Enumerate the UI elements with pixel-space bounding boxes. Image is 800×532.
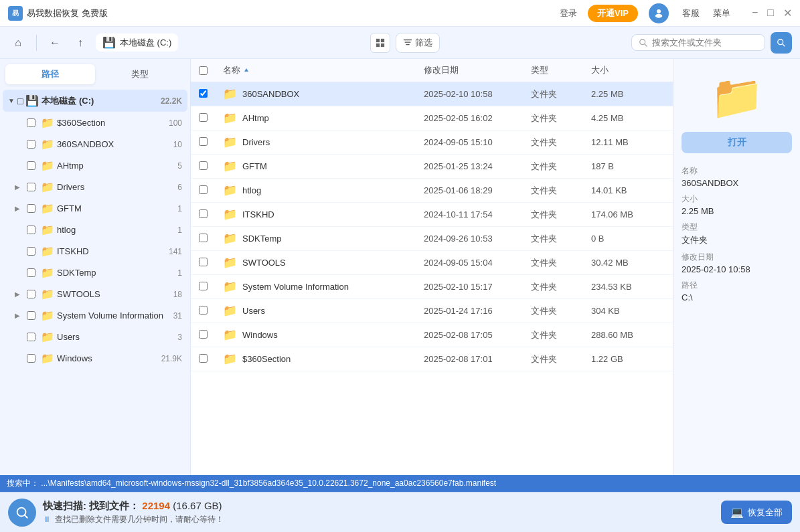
menu-label[interactable]: 菜单 [713, 7, 730, 19]
row-size: 304 KB [591, 306, 665, 316]
row-checkbox[interactable] [199, 89, 223, 100]
breadcrumb[interactable]: 💾 本地磁盘 (C:) [96, 33, 178, 52]
detail-modified-label: 修改日期 [682, 252, 792, 263]
table-row[interactable]: 📁$360Section2025-02-08 17:01文件夹1.22 GB [191, 347, 673, 371]
tree-item[interactable]: ▶📁System Volume Information31 [3, 305, 187, 326]
svg-point-0 [657, 9, 661, 13]
row-modified: 2025-02-08 17:05 [424, 330, 531, 340]
filter-button[interactable]: 筛选 [396, 33, 440, 53]
folder-icon: 📁 [41, 288, 54, 300]
row-checkbox[interactable] [199, 113, 223, 124]
row-size: 288.60 MB [591, 330, 665, 340]
detail-modified-group: 修改日期 2025-02-10 10:58 [682, 252, 792, 274]
row-name: 📁GFTM [223, 159, 424, 173]
table-row[interactable]: 📁GFTM2025-01-25 13:24文件夹187 B [191, 155, 673, 179]
row-size: 1.22 GB [591, 354, 665, 364]
row-checkbox[interactable] [199, 258, 223, 268]
tree-item[interactable]: ▶📁Drivers6 [3, 177, 187, 197]
row-checkbox[interactable] [199, 354, 223, 365]
row-checkbox[interactable] [199, 306, 223, 317]
view-toggle-button[interactable] [370, 33, 390, 53]
tree-item[interactable]: 📁SDKTemp1 [3, 262, 187, 283]
tree-item-count: 10 [173, 140, 182, 149]
back-button[interactable]: ← [45, 33, 65, 53]
collect-button[interactable]: 💻 恢复全部 [721, 501, 792, 524]
scan-title: 快速扫描: 找到文件： 22194 (16.67 GB) [43, 500, 714, 513]
row-name: 📁Drivers [223, 135, 424, 149]
tree-item-checkbox[interactable] [27, 161, 35, 170]
scan-subtitle: ⏸ 查找已删除文件需要几分钟时间，请耐心等待！ [43, 514, 714, 525]
tree-item-checkbox[interactable] [27, 333, 35, 341]
maximize-button[interactable]: □ [767, 7, 774, 19]
tree-item-checkbox[interactable] [27, 354, 35, 363]
table-row[interactable]: 📁Users2025-01-24 17:16文件夹304 KB [191, 299, 673, 323]
row-modified: 2025-01-06 18:29 [424, 185, 531, 195]
tree-item[interactable]: 📁htlog1 [3, 219, 187, 240]
row-checkbox[interactable] [199, 330, 223, 341]
row-name: 📁SDKTemp [223, 232, 424, 246]
tree-item[interactable]: ▶📁SWTOOLS18 [3, 284, 187, 304]
tree-root-item[interactable]: ▼ □ 💾 本地磁盘 (C:) 22.2K [3, 90, 187, 112]
row-type: 文件夹 [531, 281, 591, 293]
tree-item-label: AHtmp [57, 161, 175, 171]
folder-icon: 📁 [41, 202, 54, 215]
tree-item-checkbox[interactable] [27, 311, 35, 320]
table-row[interactable]: 📁Drivers2024-09-05 15:10文件夹12.11 MB [191, 130, 673, 155]
avatar[interactable] [649, 3, 669, 23]
logo-icon: 易 [8, 6, 23, 21]
close-button[interactable]: ✕ [783, 7, 792, 19]
up-button[interactable]: ↑ [70, 33, 90, 53]
row-name: 📁AHtmp [223, 111, 424, 125]
row-checkbox[interactable] [199, 137, 223, 148]
tree-item-checkbox[interactable] [27, 247, 35, 256]
service-label[interactable]: 客服 [682, 7, 700, 19]
tree-item[interactable]: 📁360SANDBOX10 [3, 134, 187, 155]
home-button[interactable]: ⌂ [8, 33, 28, 53]
tree-item-label: GFTM [57, 203, 175, 213]
select-all-checkbox[interactable] [199, 66, 208, 75]
tree-item-checkbox[interactable] [27, 118, 35, 127]
table-row[interactable]: 📁SWTOOLS2024-09-05 15:04文件夹30.42 MB [191, 251, 673, 275]
tree-item-checkbox[interactable] [27, 268, 35, 277]
table-row[interactable]: 📁360SANDBOX2025-02-10 10:58文件夹2.25 MB [191, 82, 673, 106]
table-row[interactable]: 📁Windows2025-02-08 17:05文件夹288.60 MB [191, 323, 673, 347]
tree-item-checkbox[interactable] [27, 140, 35, 149]
header-checkbox[interactable] [199, 66, 223, 75]
header-modified: 修改日期 [424, 64, 531, 76]
row-name: 📁ITSKHD [223, 207, 424, 221]
open-button[interactable]: 打开 [682, 132, 792, 153]
tab-type[interactable]: 类型 [95, 64, 185, 84]
login-button[interactable]: 登录 [560, 7, 577, 19]
vip-button[interactable]: 开通VIP [588, 5, 638, 22]
tree-item[interactable]: 📁ITSKHD141 [3, 241, 187, 262]
pause-icon[interactable]: ⏸ [43, 515, 51, 524]
tree-item-checkbox[interactable] [27, 290, 35, 298]
expand-arrow-icon: ▶ [15, 312, 24, 319]
search-input[interactable] [652, 37, 746, 48]
table-row[interactable]: 📁AHtmp2025-02-05 16:02文件夹4.25 MB [191, 106, 673, 130]
table-row[interactable]: 📁System Volume Information2025-02-10 15:… [191, 275, 673, 299]
row-type: 文件夹 [531, 137, 591, 149]
tree-item-checkbox[interactable] [27, 183, 35, 191]
table-row[interactable]: 📁ITSKHD2024-10-11 17:54文件夹174.06 MB [191, 203, 673, 227]
folder-icon: 📁 [41, 309, 54, 322]
row-checkbox[interactable] [199, 161, 223, 172]
folder-icon: 📁 [41, 181, 54, 193]
tree-item[interactable]: 📁$360Section100 [3, 112, 187, 133]
tree-item-checkbox[interactable] [27, 204, 35, 213]
tree-item[interactable]: 📁Windows21.9K [3, 348, 187, 369]
tree-item[interactable]: 📁Users3 [3, 327, 187, 347]
search-button[interactable] [771, 32, 792, 54]
row-checkbox[interactable] [199, 234, 223, 244]
row-checkbox[interactable] [199, 209, 223, 220]
tree-item-checkbox[interactable] [27, 226, 35, 234]
table-row[interactable]: 📁htlog2025-01-06 18:29文件夹14.01 KB [191, 179, 673, 203]
tab-path[interactable]: 路径 [5, 64, 95, 84]
svg-rect-3 [381, 38, 384, 41]
table-row[interactable]: 📁SDKTemp2024-09-26 10:53文件夹0 B [191, 227, 673, 251]
minimize-button[interactable]: − [752, 7, 758, 19]
row-checkbox[interactable] [199, 185, 223, 196]
row-checkbox[interactable] [199, 282, 223, 292]
tree-item[interactable]: 📁AHtmp5 [3, 155, 187, 176]
tree-item[interactable]: ▶📁GFTM1 [3, 198, 187, 219]
